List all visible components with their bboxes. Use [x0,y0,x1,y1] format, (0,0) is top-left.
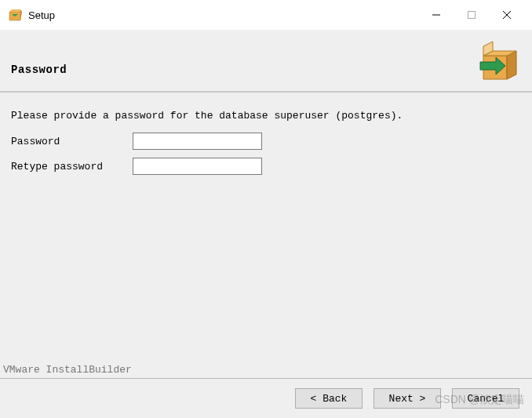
minimize-button[interactable] [418,3,454,27]
cancel-button[interactable]: Cancel [452,388,519,409]
back-button[interactable]: < Back [295,388,363,409]
window-title: Setup [28,9,418,21]
wizard-header: Password [0,30,532,93]
svg-marker-2 [20,9,22,20]
page-title: Password [11,64,67,76]
box-arrow-icon [476,40,521,85]
password-label: Password [11,136,133,147]
next-button[interactable]: Next > [373,388,441,409]
svg-rect-5 [468,12,475,19]
wizard-content: Please provide a password for the databa… [0,93,532,364]
app-icon [8,8,22,22]
svg-marker-1 [9,9,20,12]
retype-password-label: Retype password [11,161,133,173]
close-button[interactable] [489,3,524,27]
instruction-text: Please provide a password for the databa… [11,110,521,122]
password-row: Password [11,133,521,150]
maximize-button [454,3,489,27]
retype-password-row: Retype password [11,158,521,175]
password-input[interactable] [133,133,262,150]
retype-password-input[interactable] [133,158,262,175]
wizard-footer: < Back Next > Cancel [0,379,532,418]
titlebar: Setup [0,0,532,30]
installer-brand: VMware InstallBuilder [0,364,532,379]
